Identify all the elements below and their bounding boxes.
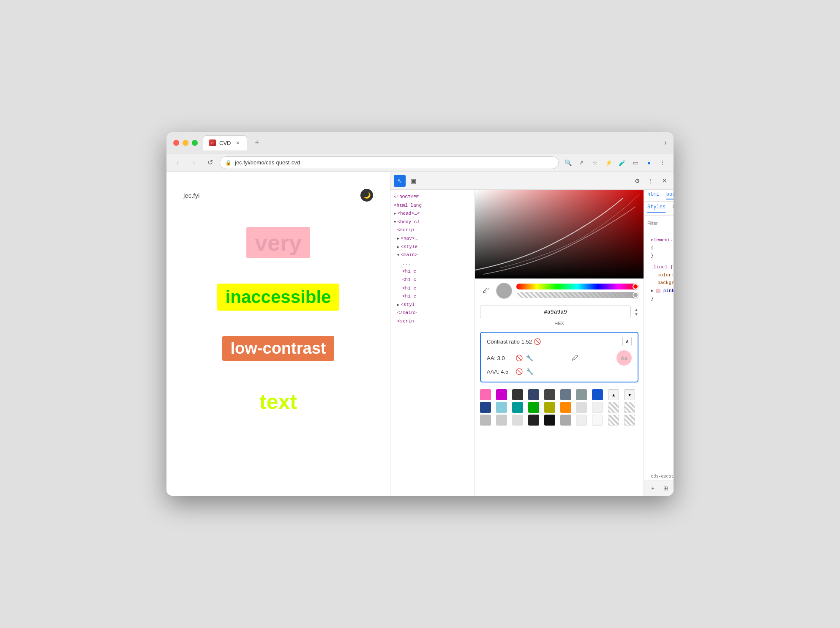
css-brace-close: } — [651, 253, 654, 258]
aaa-row: AAA: 4.5 🚫 🔧 — [487, 368, 632, 375]
computed-tab[interactable]: Cor — [672, 204, 674, 213]
hue-slider[interactable] — [516, 284, 638, 289]
minimize-window-button[interactable] — [183, 140, 188, 146]
share-button[interactable]: ↗ — [575, 157, 587, 169]
swatch-19[interactable] — [512, 415, 523, 426]
contrast-collapse-button[interactable]: ∧ — [622, 337, 632, 346]
swatch-transparent-1[interactable] — [608, 402, 619, 413]
eyedropper-button[interactable]: 🖊 — [480, 285, 492, 297]
swatch-24[interactable] — [592, 415, 603, 426]
hex-spinner[interactable]: ▲▼ — [634, 307, 638, 317]
swatch-10[interactable] — [496, 402, 507, 413]
settings-button[interactable]: ⚙ — [631, 175, 643, 187]
swatch-13[interactable] — [544, 402, 555, 413]
swatch-transparent-4[interactable] — [624, 415, 635, 426]
html-line-style2: ▶<styl — [392, 301, 473, 309]
close-window-button[interactable] — [173, 140, 179, 146]
active-tab[interactable]: C CVD ✕ — [203, 135, 247, 150]
css-rules: element.styl { } .line1 { color: — [644, 231, 674, 472]
tab-body[interactable]: body — [666, 191, 674, 199]
content-area: jec.fyi 🌙 very inaccessible low-contrast… — [166, 172, 674, 496]
swatch-15[interactable] — [576, 402, 587, 413]
lock-icon: 🔒 — [225, 160, 232, 166]
add-style-rule-button[interactable]: + — [647, 483, 658, 494]
new-tab-button[interactable]: + — [251, 137, 263, 149]
file-reference: cds-quest-cvd:11 — [644, 472, 674, 481]
address-bar[interactable]: 🔒 jec.fyi/demo/cds-quest-cvd — [220, 156, 559, 169]
swatch-12[interactable] — [528, 402, 539, 413]
tab-list-button[interactable]: › — [664, 138, 667, 147]
swatch-spinner-up[interactable]: ▲ — [608, 389, 619, 400]
swatch-spinner-down[interactable]: ▼ — [624, 389, 635, 400]
swatch-18[interactable] — [496, 415, 507, 426]
more-options-button[interactable]: ⋮ — [657, 157, 668, 169]
html-line-main-close: </main> — [392, 309, 473, 317]
html-ellipsis: ... — [392, 259, 473, 268]
contrast-header: Contrast ratio 1.52 🚫 ∧ — [487, 337, 632, 346]
refresh-button[interactable]: ↺ — [204, 156, 216, 169]
hex-input[interactable] — [480, 306, 631, 318]
new-style-rule-button[interactable]: ⊞ — [660, 483, 671, 494]
close-devtools-button[interactable]: ✕ — [658, 175, 670, 187]
forward-button[interactable]: › — [188, 156, 200, 169]
aa-fix-icon[interactable]: 🔧 — [526, 355, 533, 361]
html-line-script2: <scrin — [392, 317, 473, 326]
traffic-lights — [173, 140, 198, 146]
inspect-element-button[interactable]: ↖ — [394, 175, 406, 187]
search-button[interactable]: 🔍 — [562, 157, 574, 169]
styles-tab[interactable]: Styles — [647, 204, 665, 213]
background-color-box[interactable] — [656, 289, 660, 293]
swatch-14[interactable] — [560, 402, 571, 413]
color-gradient-canvas[interactable] — [475, 190, 644, 279]
html-line-nav: ▶<nav>… — [392, 235, 473, 243]
profile-button[interactable]: ● — [643, 157, 655, 169]
extension-button[interactable]: ⚡ — [603, 157, 614, 169]
aaa-label: AAA: 4.5 — [487, 369, 512, 375]
html-line-h1-3: <h1 c — [392, 284, 473, 293]
swatch-8[interactable] — [592, 389, 603, 400]
swatch-17[interactable] — [480, 415, 491, 426]
swatch-6[interactable] — [560, 389, 571, 400]
swatch-20[interactable] — [528, 415, 539, 426]
site-name: jec.fyi — [183, 192, 199, 199]
alpha-thumb[interactable] — [633, 292, 638, 298]
back-button[interactable]: ‹ — [172, 156, 184, 169]
more-devtools-button[interactable]: ⋮ — [645, 175, 657, 187]
fullscreen-window-button[interactable] — [192, 140, 198, 146]
alpha-slider[interactable] — [516, 292, 638, 298]
tab-close-button[interactable]: ✕ — [234, 139, 241, 146]
bookmark-button[interactable]: ☆ — [589, 157, 601, 169]
swatch-2[interactable] — [496, 389, 507, 400]
swatch-transparent-3[interactable] — [608, 415, 619, 426]
swatch-11[interactable] — [512, 402, 523, 413]
devtools-panel: ↖ ▣ ⚙ ⋮ ✕ <!DOCTYPE <html lang ▶<head>…<… — [390, 172, 674, 496]
swatch-22[interactable] — [560, 415, 571, 426]
experiments-button[interactable]: 🧪 — [616, 157, 628, 169]
swatch-16[interactable] — [592, 402, 603, 413]
swatch-3[interactable] — [512, 389, 523, 400]
hue-thumb[interactable] — [633, 284, 638, 289]
aaa-fix-icon[interactable]: 🔧 — [526, 368, 533, 375]
swatch-1[interactable] — [480, 389, 491, 400]
hex-row: ▲▼ — [475, 303, 644, 321]
swatch-23[interactable] — [576, 415, 587, 426]
html-line-h1-1: <h1 c — [392, 268, 473, 276]
swatch-9[interactable] — [480, 402, 491, 413]
swatch-transparent-2[interactable] — [624, 402, 635, 413]
swatch-5[interactable] — [544, 389, 555, 400]
devtools-toolbar: ↖ ▣ ⚙ ⋮ ✕ — [390, 172, 674, 190]
tab-html[interactable]: html — [647, 191, 660, 199]
eyedropper-aa-button[interactable]: 🖊 — [569, 352, 581, 364]
tab-label: CVD — [219, 140, 231, 146]
toggle-element-state-button[interactable]: ↕ — [673, 483, 674, 494]
gradient-lines — [475, 190, 644, 279]
tab-favicon: C — [209, 139, 216, 146]
sidebar-toggle-button[interactable]: ▭ — [630, 157, 641, 169]
swatch-7[interactable] — [576, 389, 587, 400]
swatch-21[interactable] — [544, 415, 555, 426]
swatch-4[interactable] — [528, 389, 539, 400]
dark-mode-toggle[interactable]: 🌙 — [360, 189, 373, 202]
filter-input[interactable] — [647, 218, 674, 228]
device-toolbar-button[interactable]: ▣ — [407, 175, 419, 187]
nav-bar: ‹ › ↺ 🔒 jec.fyi/demo/cds-quest-cvd 🔍 ↗ ☆… — [166, 153, 674, 172]
